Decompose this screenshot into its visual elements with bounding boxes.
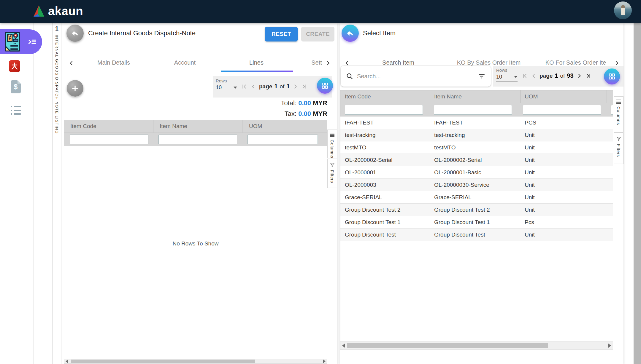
item-table-row[interactable]: Group Discount Test 2 Group Discount Tes… [340, 204, 613, 216]
dispatch-note-app-icon[interactable] [3, 31, 22, 52]
search-input[interactable] [357, 73, 478, 80]
cell-uom: PCS [520, 116, 607, 129]
add-line-button[interactable] [67, 80, 83, 97]
columns-side-tab[interactable]: Columns [614, 96, 623, 132]
col-uom: UOM [525, 93, 538, 100]
create-dispatch-note-panel: Create Internal Goods Dispatch-Note RESE… [61, 23, 337, 364]
item-table-row[interactable]: OL-2000003 OL-20000030-Service Unit [340, 179, 613, 191]
last-page-icon[interactable] [301, 83, 307, 90]
item-table-row[interactable]: testMTO testMTO Unit [340, 141, 613, 154]
first-page-icon[interactable] [241, 83, 248, 90]
tab-ko-by-sales-order[interactable]: KO By Sales Order Item [457, 59, 521, 66]
dropdown-caret-icon [514, 76, 518, 78]
item-table-row[interactable]: Group Discount Test Group Discount Test … [340, 229, 613, 241]
cell-uom: Unit [520, 179, 607, 191]
scroll-right-arrow[interactable] [608, 344, 611, 348]
listing-vertical-tab[interactable]: 1 INTERNAL GOODS DISPATCH NOTE LISTING [52, 23, 61, 364]
user-avatar[interactable] [614, 1, 632, 19]
cell-item-code: Group Discount Test 2 [340, 204, 430, 216]
item-table-row[interactable]: test-tracking test-tracking Unit [340, 129, 613, 141]
filter-funnel-icon [330, 162, 335, 167]
tab-settings[interactable]: Sett [311, 59, 322, 66]
cell-extra [607, 129, 613, 141]
left-pagination-toolbar: Rows 10 page1of1 [213, 76, 332, 98]
columns-side-tab[interactable]: Columns [327, 130, 337, 158]
cell-extra [607, 116, 613, 129]
cell-item-code: test-tracking [340, 129, 430, 141]
empty-table-message: No Rows To Show [64, 240, 327, 247]
filter-item-name-input[interactable] [434, 105, 512, 115]
reset-button[interactable]: RESET [265, 27, 298, 41]
scroll-left-arrow[interactable] [66, 359, 68, 363]
item-table-row[interactable]: Grace-SERIAL Grace-SERIAL Unit [340, 191, 613, 204]
scroll-thumb[interactable] [347, 343, 548, 348]
rows-per-page-select[interactable]: 10 [496, 74, 518, 82]
last-page-icon[interactable] [585, 73, 591, 79]
cell-item-code: OL-2000002-Serial [340, 154, 430, 166]
chevron-left-icon[interactable] [68, 60, 75, 67]
cell-item-code: Grace-SERIAL [340, 191, 430, 203]
dollar-glyph: $ [14, 83, 18, 91]
lines-table-body: No Rows To Show [64, 146, 327, 359]
dai-app-icon[interactable] [9, 60, 20, 72]
plus-icon [71, 84, 79, 92]
first-page-icon[interactable] [522, 73, 528, 79]
scroll-right-arrow[interactable] [323, 359, 326, 363]
columns-icon [330, 133, 334, 137]
items-horizontal-scrollbar[interactable] [340, 341, 613, 350]
listing-tab-index: 1 [53, 25, 61, 32]
tab-search-item[interactable]: Search Item [382, 59, 414, 66]
lines-horizontal-scrollbar[interactable] [64, 359, 327, 364]
filter-list-icon[interactable] [478, 72, 485, 80]
rows-per-page-value: 10 [496, 74, 502, 80]
cell-item-name: testMTO [430, 141, 520, 154]
menu-open-icon[interactable] [28, 37, 37, 46]
cell-extra [607, 166, 613, 178]
list-icon[interactable] [11, 106, 21, 115]
grid-view-button[interactable] [317, 78, 333, 94]
dai-glyph [10, 62, 19, 70]
prev-page-icon[interactable] [250, 83, 257, 90]
item-table-row[interactable]: OL-2000001 OL-2000001-Basic Unit [340, 166, 613, 179]
next-page-icon[interactable] [292, 83, 299, 90]
filter-item-name-input[interactable] [158, 135, 237, 144]
page-vertical-scrollbar[interactable] [634, 23, 641, 364]
item-table-row[interactable]: OL-2000002-Serial OL-2000002-Serial Unit [340, 154, 613, 166]
tab-account[interactable]: Account [174, 59, 196, 66]
filters-side-tab[interactable]: Filters [614, 132, 623, 164]
tab-ko-for-sales-order[interactable]: KO For Sales Order Ite [545, 59, 606, 66]
filter-extra-input[interactable] [611, 105, 613, 115]
cell-uom: Unit [520, 141, 607, 154]
scroll-thumb[interactable] [71, 360, 255, 363]
rows-per-page-select[interactable]: 10 [216, 84, 237, 92]
filter-uom-input[interactable] [523, 105, 601, 115]
item-table-row[interactable]: Group Discount Test 1 Group Discount Tes… [340, 216, 613, 229]
back-button[interactable] [66, 25, 84, 42]
active-tab-underline [221, 71, 293, 72]
left-tabbar: Main Details Account Lines Sett [61, 55, 337, 72]
columns-icon [616, 100, 621, 104]
cell-item-name: Grace-SERIAL [430, 191, 520, 203]
grid-view-icon [321, 82, 329, 89]
chevron-right-icon[interactable] [324, 60, 331, 67]
cell-item-name: OL-20000030-Service [430, 179, 520, 191]
lines-table-header: Item Code Item Name UOM [64, 120, 327, 146]
back-button[interactable] [342, 25, 359, 42]
select-item-panel: Select Item Search Item KO By Sales Orde… [340, 23, 623, 364]
grid-view-icon [608, 73, 615, 80]
next-page-icon[interactable] [576, 73, 583, 79]
filter-item-code-input[interactable] [70, 135, 148, 144]
create-button[interactable]: CREATE [301, 27, 334, 41]
tab-main-details[interactable]: Main Details [97, 59, 130, 66]
cell-extra [607, 204, 613, 216]
filter-item-code-input[interactable] [345, 105, 423, 115]
search-icon [346, 73, 353, 80]
prev-page-icon[interactable] [531, 73, 537, 79]
scroll-left-arrow[interactable] [342, 344, 345, 348]
filters-side-tab[interactable]: Filters [327, 159, 337, 188]
item-table-row[interactable]: IFAH-TEST IFAH-TEST PCS [340, 116, 613, 129]
grid-view-button[interactable] [604, 68, 620, 84]
tab-lines[interactable]: Lines [249, 59, 264, 66]
filter-uom-input[interactable] [247, 135, 318, 144]
money-doc-icon[interactable]: $ [11, 80, 21, 93]
